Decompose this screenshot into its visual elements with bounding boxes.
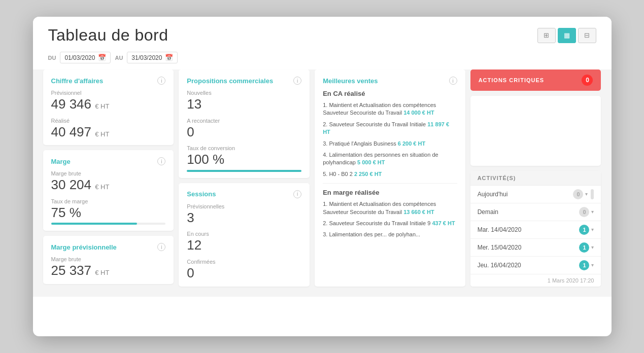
from-date-value: 01/03/2020	[64, 54, 95, 61]
date-range-row: DU 01/03/2020 📅 AU 31/03/2020 📅	[33, 50, 612, 69]
mv-ca-item-2: 2. Sauveteur Secouriste du Travail Initi…	[323, 121, 457, 136]
activites-card: ACTIVITÉ(S) Aujourd'hui 0 ▾ Demain 0 ▾	[470, 171, 601, 287]
taux-conversion-progress-bar	[187, 170, 301, 172]
mv-marge-item-2: 2. Sauveteur Secouriste du Travail Initi…	[323, 220, 457, 227]
marge-prev-info-icon[interactable]: i	[157, 243, 165, 251]
scrollbar[interactable]	[591, 189, 594, 199]
arecontacter-value: 0	[187, 125, 301, 139]
nouvelles-value: 13	[187, 97, 301, 112]
marge-brute-value: 30 204 € HT	[51, 178, 166, 192]
to-date-input[interactable]: 31/03/2020 📅	[127, 52, 178, 63]
table-icon: ⊟	[584, 31, 590, 39]
view-table-button[interactable]: ⊟	[578, 28, 596, 43]
ca-realise-title: En CA réalisé	[323, 90, 457, 97]
activite-label-tomorrow: Demain	[478, 208, 498, 216]
sessions-prev-value: 3	[187, 210, 301, 225]
actions-content-area	[470, 96, 601, 166]
from-date-input[interactable]: 01/03/2020 📅	[60, 52, 111, 63]
realise-value: 40 497 € HT	[51, 125, 166, 139]
sessions-confirmees-value: 0	[187, 266, 301, 280]
view-grid-button[interactable]: ⊞	[537, 28, 556, 43]
mv-ca-item-3: 3. Pratiqué l'Anglais Business 6 200 € H…	[323, 140, 457, 148]
propositions-card: Propositions commerciales i Nouvelles 13…	[179, 69, 310, 178]
actions-critiques-title: ACTIONS CRITIQUES	[479, 77, 544, 83]
activite-row-mer15[interactable]: Mer. 15/04/2020 1 ▾	[470, 239, 601, 257]
view-toggle-group: ⊞ ▦ ⊟	[537, 28, 596, 43]
column-1: Chiffre d'affaires i Prévisionnel 49 346…	[43, 69, 174, 287]
mv-info-icon[interactable]: i	[449, 77, 457, 85]
chevron-today: ▾	[585, 191, 588, 197]
marge-prev-brute-label: Marge brute	[51, 256, 166, 262]
taux-marge-label: Taux de marge	[51, 198, 166, 204]
marge-title: Marge	[51, 158, 71, 165]
marge-previsionnelle-card: Marge prévisionnelle i Marge brute 25 33…	[43, 236, 174, 284]
chevron-jeu16: ▾	[591, 262, 594, 268]
activite-label-jeu16: Jeu. 16/04/2020	[478, 262, 521, 269]
chevron-tomorrow: ▾	[591, 209, 594, 215]
marge-brute-label: Marge brute	[51, 170, 166, 176]
list-icon: ▦	[564, 31, 570, 39]
chevron-mar14: ▾	[591, 227, 594, 232]
mv-marge-item-1: 1. Maintient et Actualisation des compét…	[323, 200, 457, 216]
actions-critiques-badge: 0	[582, 75, 593, 86]
activite-badge-mar14: 1	[579, 225, 589, 235]
chevron-mer15: ▾	[591, 244, 594, 250]
header: Tableau de bord ⊞ ▦ ⊟	[33, 17, 612, 50]
activite-badge-jeu16: 1	[579, 260, 589, 270]
marge-prev-title: Marge prévisionnelle	[51, 243, 117, 251]
activites-header: ACTIVITÉ(S)	[470, 171, 601, 186]
activite-label-today: Aujourd'hui	[478, 191, 508, 198]
marge-card: Marge i Marge brute 30 204 € HT Taux de …	[43, 150, 174, 231]
sessions-title: Sessions	[187, 190, 216, 198]
mv-marge-item-3: 3. Lalimentation des per... de polyhan..…	[323, 231, 457, 238]
previsionnel-value: 49 346 € HT	[51, 97, 166, 112]
activite-row-today[interactable]: Aujourd'hui 0 ▾	[470, 186, 601, 203]
propositions-info-icon[interactable]: i	[293, 77, 301, 85]
sessions-card: Sessions i Prévisionnelles 3 En cours 12…	[179, 183, 310, 287]
sessions-info-icon[interactable]: i	[293, 190, 301, 198]
taux-marge-value: 75 %	[51, 205, 166, 220]
calendar-from-icon: 📅	[98, 54, 106, 61]
to-label: AU	[115, 55, 123, 61]
sessions-encours-value: 12	[187, 238, 301, 253]
activite-label-mar14: Mar. 14/04/2020	[478, 226, 522, 233]
meilleures-ventes-title: Meilleures ventes	[323, 77, 378, 85]
column-3: Meilleures ventes i En CA réalisé 1. Mai…	[315, 69, 465, 287]
activite-label-mer15: Mer. 15/04/2020	[478, 244, 522, 251]
activite-row-jeu16[interactable]: Jeu. 16/04/2020 1 ▾	[470, 257, 601, 274]
column-2: Propositions commerciales i Nouvelles 13…	[179, 69, 310, 287]
realise-label: Réalisé	[51, 118, 166, 124]
sessions-encours-label: En cours	[187, 231, 301, 237]
activite-badge-tomorrow: 0	[579, 207, 589, 217]
activite-row-mar14[interactable]: Mar. 14/04/2020 1 ▾	[470, 221, 601, 239]
sessions-confirmees-label: Confirmées	[187, 259, 301, 265]
chiffre-affaires-card: Chiffre d'affaires i Prévisionnel 49 346…	[43, 69, 174, 145]
propositions-title: Propositions commerciales	[187, 77, 273, 85]
activite-badge-today: 0	[573, 189, 583, 199]
meilleures-ventes-card: Meilleures ventes i En CA réalisé 1. Mai…	[315, 69, 465, 287]
activite-badge-mer15: 1	[579, 242, 589, 253]
taux-conversion-progress-container	[187, 170, 301, 172]
grid-icon: ⊞	[544, 31, 549, 39]
marge-prev-brute-value: 25 337 € HT	[51, 263, 166, 278]
chiffre-affaires-info-icon[interactable]: i	[157, 77, 165, 85]
chiffre-affaires-title: Chiffre d'affaires	[51, 77, 104, 85]
marge-realisee-title: En marge réalisée	[323, 189, 457, 196]
timestamp: 1 Mars 2020 17:20	[470, 274, 601, 287]
column-4: ACTIONS CRITIQUES 0 ACTIVITÉ(S) Aujourd'…	[470, 69, 601, 287]
marge-info-icon[interactable]: i	[157, 157, 165, 165]
nouvelles-label: Nouvelles	[187, 90, 301, 96]
sessions-prev-label: Prévisionnelles	[187, 203, 301, 209]
mv-ca-item-1: 1. Maintient et Actualisation des compét…	[323, 101, 457, 117]
view-list-button[interactable]: ▦	[558, 28, 576, 43]
taux-marge-progress-container	[51, 223, 166, 225]
calendar-to-icon: 📅	[165, 54, 173, 61]
taux-marge-progress-bar	[51, 223, 137, 225]
activite-row-tomorrow[interactable]: Demain 0 ▾	[470, 203, 601, 221]
mv-ca-item-5: 5. H0 - B0 2 2 250 € HT	[323, 170, 457, 178]
mv-ca-item-4: 4. Lalimentation des personnes en situat…	[323, 151, 457, 167]
previsionnel-label: Prévisionnel	[51, 90, 166, 96]
from-label: DU	[48, 55, 56, 61]
page-title: Tableau de bord	[48, 26, 168, 45]
taux-conversion-label: Taux de conversion	[187, 145, 301, 151]
